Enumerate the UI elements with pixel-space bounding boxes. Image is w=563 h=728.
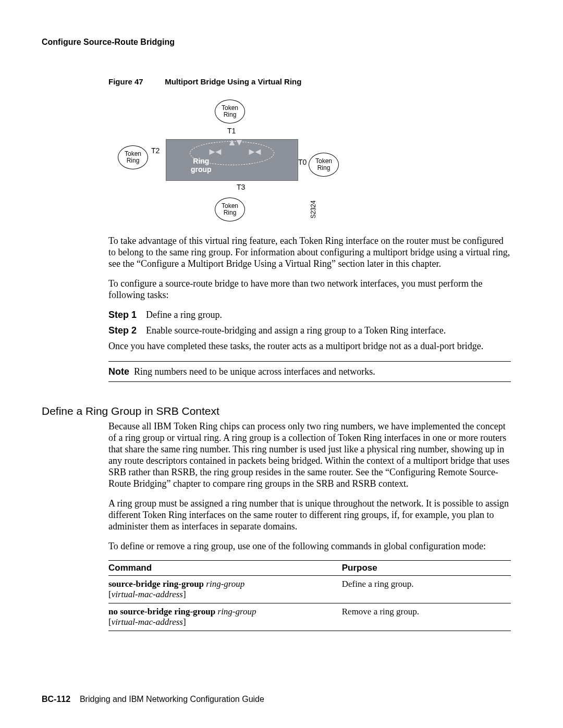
book-title: Bridging and IBM Networking Configuratio… bbox=[80, 695, 264, 704]
token-ring-bottom: Token Ring bbox=[215, 198, 245, 221]
figure-diagram: Ring group ▲ ▼ ► ◄ ► ◄ Token Ring T1 Tok… bbox=[112, 96, 511, 226]
token-ring-top: Token Ring bbox=[215, 100, 245, 124]
port-t2: T2 bbox=[151, 146, 160, 155]
command-table: Command Purpose source-bridge ring-group… bbox=[108, 560, 511, 631]
cmd-arg: ring-group bbox=[218, 607, 256, 616]
ring-group-label: Ring group bbox=[191, 157, 212, 174]
step-1: Step 1 Define a ring group. bbox=[108, 309, 511, 320]
port-t3: T3 bbox=[237, 183, 245, 191]
step-text: Define a ring group. bbox=[146, 309, 222, 320]
section-heading: Define a Ring Group in SRB Context bbox=[42, 405, 511, 417]
rule bbox=[108, 361, 511, 362]
figure-caption: Figure 47 Multiport Bridge Using a Virtu… bbox=[108, 77, 511, 86]
port-t1: T1 bbox=[227, 127, 236, 135]
token-ring-left: Token Ring bbox=[118, 145, 148, 169]
arrow-down-icon: ▼ bbox=[235, 137, 244, 148]
th-purpose: Purpose bbox=[342, 561, 511, 576]
paragraph: To define or remove a ring group, use on… bbox=[108, 540, 511, 552]
step-label: Step 2 bbox=[108, 325, 146, 336]
step-text: Enable source-route-bridging and assign … bbox=[146, 325, 446, 336]
paragraph: To take advantage of this virtual ring f… bbox=[108, 235, 511, 269]
paragraph: To configure a source-route bridge to ha… bbox=[108, 278, 511, 301]
main-content: Figure 47 Multiport Bridge Using a Virtu… bbox=[108, 77, 511, 631]
page-number: BC-112 bbox=[42, 695, 70, 704]
step-label: Step 1 bbox=[108, 309, 146, 320]
purpose-cell: Define a ring group. bbox=[342, 576, 511, 603]
table-row: source-bridge ring-group ring-group [vir… bbox=[108, 576, 511, 603]
rule bbox=[108, 381, 511, 382]
note-text: Ring numbers need to be unique across in… bbox=[134, 366, 375, 377]
cmd-opt: virtual-mac-address bbox=[112, 617, 183, 627]
cmd-keyword: no source-bridge ring-group bbox=[108, 607, 215, 616]
purpose-cell: Remove a ring group. bbox=[342, 603, 511, 631]
cmd-arg: ring-group bbox=[206, 579, 244, 589]
command-cell: no source-bridge ring-group ring-group [… bbox=[108, 603, 342, 631]
table-row: no source-bridge ring-group ring-group [… bbox=[108, 603, 511, 631]
figure-label: Figure 47 bbox=[108, 77, 163, 86]
token-ring-right: Token Ring bbox=[309, 153, 339, 177]
cmd-opt: virtual-mac-address bbox=[112, 589, 183, 599]
th-command: Command bbox=[108, 561, 342, 576]
page-footer: BC-112 Bridging and IBM Networking Confi… bbox=[42, 695, 264, 704]
running-head: Configure Source-Route Bridging bbox=[42, 38, 511, 47]
paragraph: Once you have completed these tasks, the… bbox=[108, 340, 511, 352]
command-cell: source-bridge ring-group ring-group [vir… bbox=[108, 576, 342, 603]
paragraph: Because all IBM Token Ring chips can pro… bbox=[108, 421, 511, 489]
note: Note Ring numbers need to be unique acro… bbox=[108, 366, 511, 377]
step-2: Step 2 Enable source-route-bridging and … bbox=[108, 325, 511, 336]
figure-id: S2324 bbox=[310, 201, 317, 219]
arrow-left-icon: ◄ bbox=[253, 146, 263, 157]
note-label: Note bbox=[108, 366, 129, 377]
port-t0: T0 bbox=[298, 158, 307, 166]
cmd-keyword: source-bridge ring-group bbox=[108, 579, 204, 589]
page: Configure Source-Route Bridging Figure 4… bbox=[0, 0, 563, 728]
figure-title: Multiport Bridge Using a Virtual Ring bbox=[165, 77, 301, 86]
arrow-left-icon: ◄ bbox=[214, 146, 223, 157]
paragraph: A ring group must be assigned a ring num… bbox=[108, 498, 511, 532]
